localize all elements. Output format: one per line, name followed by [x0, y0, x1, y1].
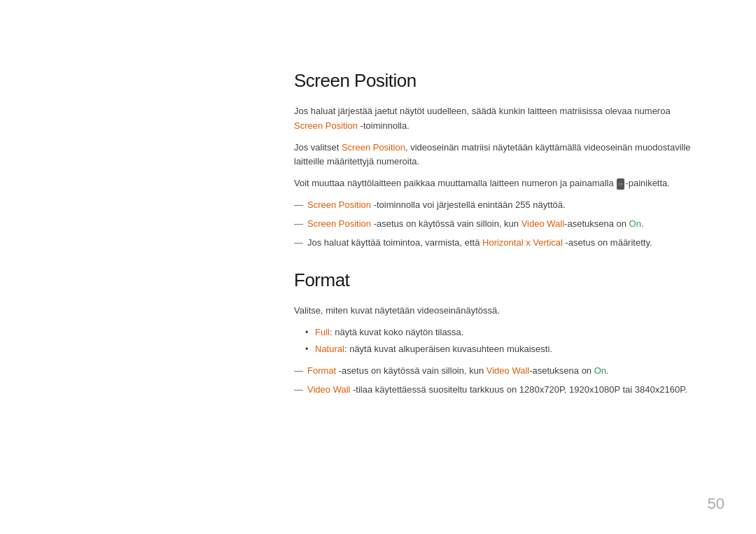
page-container: Screen Position Jos haluat järjestää jae… — [0, 0, 756, 534]
horizontal-vertical-note: Horizontal x Vertical — [482, 237, 563, 248]
para1-text: Jos haluat järjestää jaetut näytöt uudel… — [294, 106, 671, 131]
screen-position-link-1: Screen Position — [294, 120, 358, 131]
para2-text: Jos valitset Screen Position, videoseinä… — [294, 142, 691, 167]
video-wall-format-note1: Video Wall — [486, 365, 529, 376]
paragraph-3: Voit muuttaa näyttölaitteen paikkaa muut… — [294, 176, 700, 191]
note2-text: Screen Position -asetus on käytössä vain… — [307, 217, 644, 232]
video-wall-note2: Video Wall — [522, 218, 564, 229]
screen-position-note1: Screen Position — [307, 199, 371, 210]
dash-5: ― — [294, 383, 303, 398]
format-intro-text: Valitse, miten kuvat näytetään videosein… — [294, 305, 500, 316]
format-note-2: ― Video Wall -tilaa käytettäessä suosite… — [294, 383, 700, 398]
natural-label: Natural — [315, 344, 344, 354]
full-label: Full — [315, 327, 330, 337]
section2-title: Format — [294, 269, 700, 291]
dash-4: ― — [294, 364, 303, 379]
note3-text: Jos haluat käyttää toimintoa, varmista, … — [307, 236, 652, 251]
paragraph-2: Jos valitset Screen Position, videoseinä… — [294, 141, 700, 170]
dash-3: ― — [294, 236, 303, 251]
remote-icon: ⎓ — [617, 178, 624, 190]
format-note2-text: Video Wall -tilaa käytettäessä suositelt… — [307, 383, 687, 398]
screen-position-note2: Screen Position — [307, 218, 371, 229]
on-format-note1: On — [594, 365, 606, 376]
note-2: ― Screen Position -asetus on käytössä va… — [294, 217, 700, 232]
on-note2: On — [629, 218, 641, 229]
screen-position-link-2: Screen Position — [342, 142, 405, 153]
paragraph-1: Jos haluat järjestää jaetut näytöt uudel… — [294, 104, 700, 134]
format-bullet-list: Full: näytä kuvat koko näytön tilassa. N… — [305, 325, 700, 357]
section1-title: Screen Position — [294, 70, 700, 92]
note-1: ― Screen Position -toiminnolla voi järje… — [294, 198, 700, 213]
format-note1-label: Format — [307, 365, 336, 376]
dash-1: ― — [294, 198, 303, 213]
dash-2: ― — [294, 217, 303, 232]
format-note-1: ― Format -asetus on käytössä vain silloi… — [294, 364, 700, 379]
para3-text: Voit muuttaa näyttölaitteen paikkaa muut… — [294, 178, 670, 188]
bullet-full: Full: näytä kuvat koko näytön tilassa. — [305, 325, 700, 340]
format-intro: Valitse, miten kuvat näytetään videosein… — [294, 304, 700, 318]
format-note1-text: Format -asetus on käytössä vain silloin,… — [307, 364, 609, 379]
content-area: Screen Position Jos haluat järjestää jae… — [294, 70, 700, 401]
bullet-natural: Natural: näytä kuvat alkuperäisen kuvasu… — [305, 342, 700, 357]
note-3: ― Jos haluat käyttää toimintoa, varmista… — [294, 236, 700, 251]
page-number: 50 — [708, 495, 724, 513]
note1-text: Screen Position -toiminnolla voi järjest… — [307, 198, 566, 213]
video-wall-format-note2: Video Wall — [307, 384, 350, 395]
